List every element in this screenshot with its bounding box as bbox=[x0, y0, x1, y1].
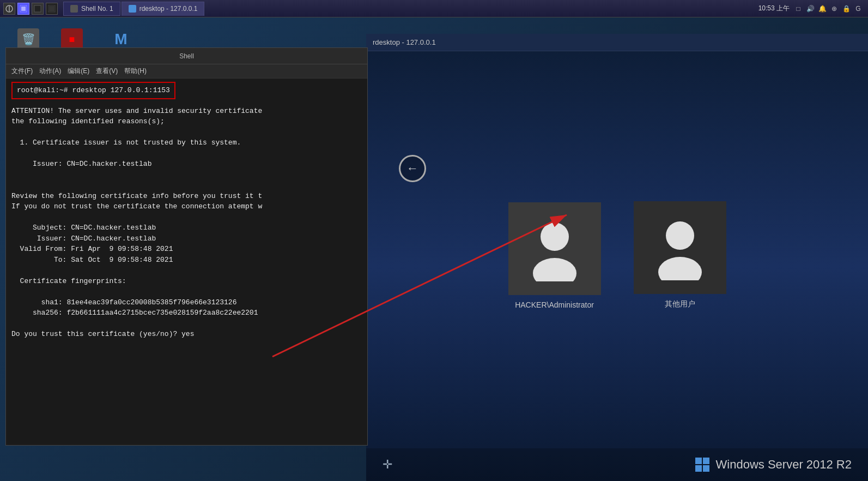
win-tile-1 bbox=[695, 458, 702, 464]
back-arrow-button[interactable] bbox=[399, 155, 426, 182]
desktop: 🗑️ ■ M Shell 文件(F) 动作(A) 编辑(E) 查看(V) 帮助(… bbox=[0, 17, 868, 481]
output-line-5: Issuer: CN=DC.hacker.testlab bbox=[11, 159, 362, 170]
terminal-window: Shell 文件(F) 动作(A) 编辑(E) 查看(V) 帮助(H) root… bbox=[5, 47, 368, 446]
desktop-icon-trash[interactable]: 🗑️ bbox=[11, 28, 46, 50]
output-line-21: Do you trust this certificate (yes/no)? … bbox=[11, 329, 362, 340]
user-avatar-other bbox=[634, 201, 726, 294]
tab-shell[interactable]: Shell No. 1 bbox=[63, 2, 120, 16]
win-tile-4 bbox=[703, 465, 709, 472]
rdesktop-titlebar: rdesktop - 127.0.0.1 bbox=[366, 34, 868, 51]
tray-icon-lock[interactable]: 🔒 bbox=[842, 4, 851, 13]
windows-logo: Windows Server 2012 R2 bbox=[695, 458, 852, 472]
command-line: root@kali:~# rdesktop 127.0.0.1:1153 bbox=[11, 82, 175, 99]
tray-icon-bell[interactable]: 🔔 bbox=[818, 4, 827, 13]
user-other[interactable]: 其他用户 bbox=[634, 201, 726, 309]
output-line-15 bbox=[11, 265, 362, 276]
terminal-content[interactable]: root@kali:~# rdesktop 127.0.0.1:1153 ATT… bbox=[6, 79, 367, 445]
rdesktop-title: rdesktop - 127.0.0.1 bbox=[373, 38, 436, 46]
menu-edit[interactable]: 编辑(E) bbox=[68, 67, 89, 76]
output-line-1: the following identified reasons(s); bbox=[11, 116, 362, 127]
output-line-12: Issuer: CN=DC.hacker.testlab bbox=[11, 233, 362, 244]
output-line-8: Review the following certificate info be… bbox=[11, 191, 362, 202]
drag-icon[interactable]: ✛ bbox=[383, 458, 392, 472]
menu-view[interactable]: 查看(V) bbox=[96, 67, 118, 76]
svg-rect-6 bbox=[49, 6, 54, 11]
taskbar-app-icon-2[interactable] bbox=[17, 3, 29, 15]
output-line-2 bbox=[11, 127, 362, 138]
menu-help[interactable]: 帮助(H) bbox=[124, 67, 147, 76]
rdesktop-content: HACKER\Administrator 其他用户 ✛ bbox=[366, 51, 868, 481]
output-line-11: Subject: CN=DC.hacker.testlab bbox=[11, 223, 362, 233]
user-label-other: 其他用户 bbox=[665, 299, 695, 309]
output-line-3: 1. Certificate issuer is not trusted by … bbox=[11, 137, 362, 148]
taskbar-icons bbox=[0, 3, 61, 15]
output-line-4 bbox=[11, 148, 362, 159]
output-line-17 bbox=[11, 286, 362, 297]
output-line-10 bbox=[11, 212, 362, 223]
tab-rdesktop[interactable]: rdesktop - 127.0.0.1 bbox=[122, 2, 205, 16]
tray-icon-g[interactable]: G bbox=[854, 4, 863, 13]
output-line-18: sha1: 81ee4eac39fa0cc20008b5385f796e66e3… bbox=[11, 297, 362, 308]
taskbar-app-icon-3[interactable] bbox=[32, 3, 44, 15]
taskbar-tabs: Shell No. 1 rdesktop - 127.0.0.1 bbox=[61, 2, 753, 16]
rdesktop-tab-icon bbox=[129, 5, 136, 13]
windows-grid-icon bbox=[695, 458, 709, 472]
output-line-6 bbox=[11, 170, 362, 181]
user-administrator[interactable]: HACKER\Administrator bbox=[508, 202, 601, 309]
tray-icon-plus[interactable]: ⊕ bbox=[830, 4, 839, 13]
user-avatar-administrator bbox=[508, 202, 601, 295]
taskbar-right: 10:53 上午 □ 🔊 🔔 ⊕ 🔒 G bbox=[753, 4, 868, 13]
win-tile-3 bbox=[695, 465, 702, 472]
taskbar-app-icon-1[interactable] bbox=[3, 3, 15, 15]
svg-point-10 bbox=[658, 257, 702, 280]
menu-action[interactable]: 动作(A) bbox=[39, 67, 61, 76]
taskbar-time: 10:53 上午 bbox=[758, 4, 790, 13]
terminal-menubar: 文件(F) 动作(A) 编辑(E) 查看(V) 帮助(H) bbox=[6, 64, 367, 79]
terminal-titlebar: Shell bbox=[6, 48, 367, 64]
rdesktop-bottom-bar: ✛ Windows Server 2012 R2 bbox=[366, 448, 868, 481]
svg-rect-3 bbox=[21, 7, 26, 11]
desktop-icon-m[interactable]: M bbox=[104, 28, 138, 50]
desktop-icon-app[interactable]: ■ bbox=[54, 28, 89, 50]
output-line-20 bbox=[11, 318, 362, 329]
svg-point-7 bbox=[541, 223, 569, 251]
output-line-0: ATTENTION! The server uses and invalid s… bbox=[11, 106, 362, 117]
trash-icon: 🗑️ bbox=[17, 28, 39, 50]
svg-point-9 bbox=[666, 221, 694, 250]
output-line-14: To: Sat Oct 9 09:58:48 2021 bbox=[11, 255, 362, 266]
m-icon: M bbox=[110, 28, 132, 50]
taskbar-tray: □ 🔊 🔔 ⊕ 🔒 G bbox=[794, 4, 863, 13]
tray-icon-volume[interactable]: 🔊 bbox=[806, 4, 815, 13]
tab-shell-label: Shell No. 1 bbox=[81, 5, 113, 13]
user-label-administrator: HACKER\Administrator bbox=[515, 300, 594, 309]
output-line-9: If you do not trust the certificate the … bbox=[11, 201, 362, 212]
rdesktop-window: rdesktop - 127.0.0.1 HACKER\Administrato… bbox=[366, 34, 868, 481]
output-line-19: sha256: f2b661111aa4c2715bcec735e028159f… bbox=[11, 308, 362, 318]
taskbar: Shell No. 1 rdesktop - 127.0.0.1 10:53 上… bbox=[0, 0, 868, 17]
terminal-title-text: Shell bbox=[10, 52, 363, 60]
login-users: HACKER\Administrator 其他用户 bbox=[508, 201, 726, 309]
tab-rdesktop-label: rdesktop - 127.0.0.1 bbox=[139, 5, 198, 13]
windows-server-text: Windows Server 2012 R2 bbox=[716, 458, 852, 472]
svg-point-8 bbox=[533, 258, 576, 281]
app-icon: ■ bbox=[61, 28, 83, 50]
shell-tab-icon bbox=[70, 5, 78, 13]
tray-icon-monitor[interactable]: □ bbox=[794, 4, 803, 13]
svg-rect-4 bbox=[34, 5, 41, 12]
taskbar-app-icon-4[interactable] bbox=[46, 3, 58, 15]
output-line-7 bbox=[11, 180, 362, 191]
menu-file[interactable]: 文件(F) bbox=[11, 67, 33, 76]
output-line-16: Certificate fingerprints: bbox=[11, 276, 362, 287]
output-line-13: Valid From: Fri Apr 9 09:58:48 2021 bbox=[11, 244, 362, 255]
win-tile-2 bbox=[703, 458, 709, 464]
